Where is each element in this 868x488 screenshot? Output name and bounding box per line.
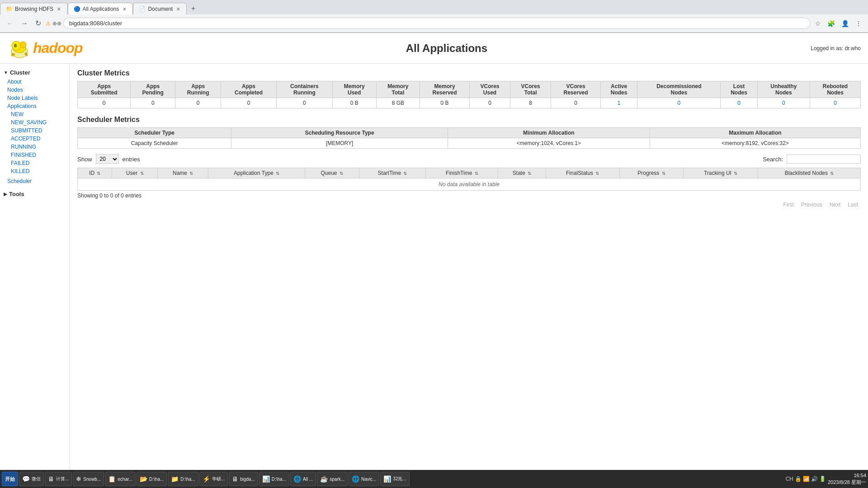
taskbar-app-folder1[interactable]: 📂 D:\ha... bbox=[137, 472, 167, 474]
th-finish-time[interactable]: FinishTime ⇅ bbox=[426, 168, 498, 178]
sidebar-item-about[interactable]: About bbox=[0, 78, 70, 86]
showing-text: Showing 0 to 0 of 0 entries bbox=[77, 192, 861, 199]
th-progress[interactable]: Progress ⇅ bbox=[619, 168, 683, 178]
tab-close-btn[interactable]: × bbox=[122, 6, 127, 12]
taskbar-app-folder2[interactable]: 📁 D:\ha... bbox=[168, 472, 198, 474]
vcores-total-val: 8 bbox=[510, 98, 551, 108]
memory-reserved-val: 0 B bbox=[420, 98, 470, 108]
unhealthy-nodes-val[interactable]: 0 bbox=[757, 98, 810, 108]
th-apps-running: AppsRunning bbox=[175, 81, 221, 98]
th-id[interactable]: ID ⇅ bbox=[78, 168, 112, 178]
th-apps-submitted: AppsSubmitted bbox=[78, 81, 131, 98]
extensions-button[interactable]: 🧩 bbox=[825, 18, 838, 29]
forward-button[interactable]: → bbox=[18, 18, 31, 29]
sidebar-app-new-saving[interactable]: NEW_SAVING bbox=[0, 118, 70, 127]
th-apps-completed: AppsCompleted bbox=[221, 81, 277, 98]
url-text[interactable]: bigdata:8088/cluster bbox=[69, 20, 805, 27]
sidebar-item-applications[interactable]: Applications bbox=[0, 102, 70, 110]
cluster-section: ▼ Cluster About Nodes Node Labels Applic… bbox=[0, 67, 70, 175]
taskbar-app-asus[interactable]: ⚡ 华硕... bbox=[199, 472, 228, 474]
th-start-time[interactable]: StartTime ⇅ bbox=[359, 168, 426, 178]
th-application-type[interactable]: Application Type ⇅ bbox=[208, 168, 305, 178]
sort-icon: ⇅ bbox=[475, 171, 478, 176]
vcores-used-val: 0 bbox=[469, 98, 510, 108]
taskbar-app-navicat[interactable]: 🌐 Navic... bbox=[349, 472, 379, 474]
th-memory-used: MemoryUsed bbox=[332, 81, 376, 98]
tab-browsing-hdfs[interactable]: 📁 Browsing HDFS × bbox=[0, 3, 68, 14]
lost-nodes-val[interactable]: 0 bbox=[721, 98, 757, 108]
svg-point-4 bbox=[14, 44, 17, 47]
scheduler-section: Scheduler bbox=[0, 177, 70, 185]
tab-document[interactable]: 📄 Document × bbox=[133, 3, 187, 14]
tools-header[interactable]: ▶ Tools bbox=[0, 189, 70, 199]
no-data-row: No data available in table bbox=[78, 178, 861, 191]
th-blacklisted-nodes[interactable]: Blacklisted Nodes ⇅ bbox=[758, 168, 860, 178]
taskbar-app-monitor[interactable]: 📊 32兆... bbox=[380, 472, 409, 474]
tab-title: Document bbox=[148, 6, 173, 12]
tab-close-btn[interactable]: × bbox=[56, 6, 61, 12]
sidebar-item-scheduler[interactable]: Scheduler bbox=[0, 177, 70, 185]
sort-icon: ⇅ bbox=[403, 171, 407, 176]
th-user[interactable]: User ⇅ bbox=[112, 168, 157, 178]
show-entries-select[interactable]: 20 50 100 bbox=[96, 154, 119, 164]
sidebar-app-killed[interactable]: KILLED bbox=[0, 167, 70, 175]
taskbar-app-wechat[interactable]: 💬 微信 bbox=[19, 472, 44, 474]
active-nodes-val[interactable]: 1 bbox=[600, 98, 637, 108]
search-input[interactable] bbox=[787, 155, 861, 164]
sidebar-app-finished[interactable]: FINISHED bbox=[0, 151, 70, 159]
sidebar-app-submitted[interactable]: SUBMITTED bbox=[0, 127, 70, 135]
sort-icon: ⇅ bbox=[97, 171, 100, 176]
th-state[interactable]: State ⇅ bbox=[498, 168, 546, 178]
tab-all-applications[interactable]: 🔵 All Applications × bbox=[68, 3, 133, 14]
th-apps-pending: AppsPending bbox=[131, 81, 175, 98]
reload-button[interactable]: ↻ bbox=[33, 17, 44, 29]
cluster-metrics-title: Cluster Metrics bbox=[77, 69, 861, 77]
taskbar-app-snowflake[interactable]: ❄ Snowb... bbox=[73, 472, 104, 474]
th-final-status[interactable]: FinalStatus ⇅ bbox=[546, 168, 619, 178]
sidebar-app-running[interactable]: RUNNING bbox=[0, 143, 70, 151]
profile-button[interactable]: 👤 bbox=[839, 18, 852, 29]
apps-pending-val: 0 bbox=[131, 98, 175, 108]
containers-running-val: 0 bbox=[276, 98, 332, 108]
decommissioned-nodes-val[interactable]: 0 bbox=[637, 98, 721, 108]
th-name[interactable]: Name ⇅ bbox=[157, 168, 208, 178]
nav-actions: ☆ 🧩 👤 ⋮ bbox=[812, 18, 864, 29]
back-button[interactable]: ← bbox=[4, 18, 16, 29]
taskbar-app-bigdata[interactable]: 🖥 bigda... bbox=[229, 472, 258, 474]
sort-icon: ⇅ bbox=[595, 171, 599, 176]
taskbar-app-echart[interactable]: 📋 echar... bbox=[105, 472, 136, 474]
no-data-cell: No data available in table bbox=[78, 178, 861, 191]
main-content: Cluster Metrics AppsSubmitted AppsPendin… bbox=[70, 64, 868, 474]
th-tracking-ui[interactable]: Tracking UI ⇅ bbox=[684, 168, 758, 178]
taskbar-app-spark[interactable]: 📊 D:\ha... bbox=[259, 472, 289, 474]
time-display: 16:54 bbox=[828, 472, 866, 474]
bookmark-button[interactable]: ☆ bbox=[812, 18, 824, 29]
cert-info: ⊕⊕ bbox=[52, 20, 61, 27]
tab-close-btn[interactable]: × bbox=[175, 6, 181, 12]
th-scheduling-resource: Scheduling Resource Type bbox=[231, 128, 448, 138]
taskbar-app-idea[interactable]: ☕ spark... bbox=[317, 472, 348, 474]
svg-point-3 bbox=[20, 42, 26, 48]
address-bar[interactable]: bigdata:8088/cluster bbox=[63, 18, 811, 29]
sidebar-app-accepted[interactable]: ACCEPTED bbox=[0, 135, 70, 143]
sidebar-item-node-labels[interactable]: Node Labels bbox=[0, 94, 70, 102]
menu-button[interactable]: ⋮ bbox=[853, 18, 864, 29]
memory-used-val: 0 B bbox=[332, 98, 376, 108]
rebooted-nodes-val[interactable]: 0 bbox=[810, 98, 860, 108]
pagination: First Previous Next Last bbox=[77, 201, 861, 209]
th-queue[interactable]: Queue ⇅ bbox=[305, 168, 359, 178]
cluster-header[interactable]: ▼ Cluster bbox=[0, 67, 70, 78]
th-lost-nodes: LostNodes bbox=[721, 81, 757, 98]
hadoop-logo[interactable]: hadoop bbox=[7, 36, 83, 61]
taskbar-app-chrome[interactable]: 🌐 All ... bbox=[290, 472, 316, 474]
new-tab-button[interactable]: + bbox=[187, 3, 199, 14]
taskbar-app-calc[interactable]: 🖥 计算... bbox=[45, 472, 72, 474]
sidebar-app-new[interactable]: NEW bbox=[0, 110, 70, 118]
sidebar-item-nodes[interactable]: Nodes bbox=[0, 86, 70, 94]
sidebar-app-failed[interactable]: FAILED bbox=[0, 159, 70, 167]
pagination-last: Last bbox=[845, 201, 861, 209]
start-button[interactable]: 开始 bbox=[2, 472, 18, 474]
nav-bar: ← → ↻ ⚠ ⊕⊕ bigdata:8088/cluster ☆ 🧩 👤 ⋮ bbox=[0, 14, 868, 33]
sidebar: ▼ Cluster About Nodes Node Labels Applic… bbox=[0, 64, 70, 474]
th-active-nodes: ActiveNodes bbox=[600, 81, 637, 98]
